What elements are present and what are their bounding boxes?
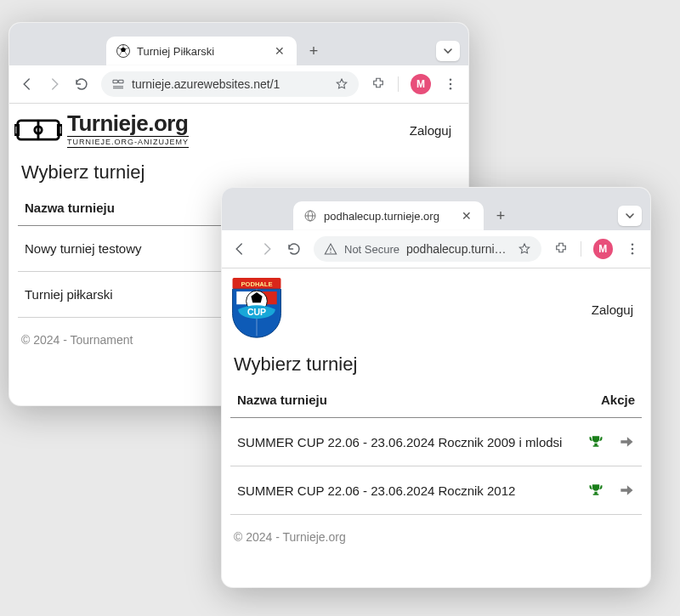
column-name-header: Nazwa turnieju bbox=[230, 384, 570, 418]
browser-tab[interactable]: Turniej Piłkarski ✕ bbox=[106, 37, 297, 65]
svg-point-12 bbox=[450, 83, 452, 86]
svg-point-24 bbox=[632, 243, 634, 246]
tab-strip: podhalecup.turnieje.org ✕ + bbox=[222, 188, 650, 230]
tournament-name: SUMMER CUP 22.06 - 23.06.2024 Rocznik 20… bbox=[230, 466, 570, 515]
reload-button[interactable] bbox=[286, 241, 302, 257]
window-dropdown-button[interactable] bbox=[436, 41, 460, 61]
login-link[interactable]: Zaloguj bbox=[410, 123, 456, 138]
svg-rect-17 bbox=[14, 125, 19, 134]
page-title: Wybierz turniej bbox=[21, 161, 456, 184]
tab-title: Turniej Piłkarski bbox=[137, 45, 266, 58]
table-row[interactable]: SUMMER CUP 22.06 - 23.06.2024 Rocznik 20… bbox=[230, 466, 642, 515]
svg-rect-7 bbox=[113, 80, 117, 82]
soccer-ball-icon bbox=[116, 44, 130, 58]
login-link[interactable]: Zaloguj bbox=[592, 302, 638, 317]
tab-title: podhalecup.turnieje.org bbox=[324, 210, 453, 223]
page-content: PODHALE CUP Zaloguj Wybierz turniej bbox=[222, 268, 650, 588]
close-tab-icon[interactable]: ✕ bbox=[460, 209, 473, 223]
site-logo[interactable]: Turnieje.org TURNIEJE.ORG-ANIZUJEMY bbox=[14, 112, 189, 148]
forward-button[interactable] bbox=[259, 241, 275, 257]
column-actions-header: Akcje bbox=[570, 384, 642, 418]
site-header: Turnieje.org TURNIEJE.ORG-ANIZUJEMY Zalo… bbox=[9, 104, 468, 151]
browser-window-2: podhalecup.turnieje.org ✕ + bbox=[221, 187, 651, 588]
trophy-icon[interactable] bbox=[587, 433, 604, 450]
avatar-letter: M bbox=[598, 243, 607, 255]
svg-point-13 bbox=[450, 88, 452, 90]
browser-tab[interactable]: podhalecup.turnieje.org ✕ bbox=[293, 201, 484, 230]
row-actions bbox=[570, 466, 642, 515]
brand-name: Turnieje.org bbox=[67, 112, 189, 134]
arrow-right-icon[interactable] bbox=[618, 482, 635, 499]
svg-point-23 bbox=[330, 251, 331, 252]
toolbar-separator bbox=[581, 241, 581, 257]
extensions-icon[interactable] bbox=[553, 241, 569, 257]
profile-avatar[interactable]: M bbox=[593, 239, 613, 259]
kebab-menu-icon[interactable] bbox=[625, 241, 640, 257]
tab-strip: Turniej Piłkarski ✕ + bbox=[9, 23, 468, 65]
pitch-icon bbox=[14, 113, 62, 147]
back-button[interactable] bbox=[232, 241, 247, 257]
address-bar[interactable]: Not Secure podhalecup.turnieje.org bbox=[314, 236, 541, 262]
star-bookmark-icon[interactable] bbox=[518, 242, 531, 256]
svg-point-11 bbox=[450, 78, 452, 81]
browser-toolbar: Not Secure podhalecup.turnieje.org M bbox=[222, 230, 650, 268]
tournament-name: SUMMER CUP 22.06 - 23.06.2024 Rocznik 20… bbox=[230, 418, 570, 466]
brand-tagline: TURNIEJE.ORG-ANIZUJEMY bbox=[67, 136, 189, 148]
browser-toolbar: turnieje.azurewebsites.net/1 M bbox=[9, 65, 468, 104]
svg-rect-8 bbox=[119, 80, 123, 82]
window-dropdown-button[interactable] bbox=[618, 206, 642, 226]
podhale-cup-shield-icon: PODHALE CUP bbox=[230, 277, 283, 340]
row-actions bbox=[570, 418, 642, 466]
trophy-icon[interactable] bbox=[587, 482, 604, 499]
reload-button[interactable] bbox=[74, 76, 89, 92]
not-secure-icon[interactable] bbox=[324, 242, 337, 256]
tournament-table: Nazwa turnieju Akcje SUMMER CUP 22.06 - … bbox=[230, 384, 642, 515]
star-bookmark-icon[interactable] bbox=[335, 77, 348, 91]
toolbar-separator bbox=[398, 76, 399, 92]
site-header: PODHALE CUP Zaloguj bbox=[222, 268, 650, 343]
site-footer: © 2024 - Turnieje.org bbox=[222, 515, 650, 559]
back-button[interactable] bbox=[20, 76, 35, 92]
svg-text:PODHALE: PODHALE bbox=[241, 280, 272, 288]
arrow-right-icon[interactable] bbox=[618, 433, 635, 450]
site-settings-icon[interactable] bbox=[111, 77, 125, 91]
page-title: Wybierz turniej bbox=[234, 353, 638, 376]
svg-point-26 bbox=[632, 252, 634, 255]
kebab-menu-icon[interactable] bbox=[443, 76, 458, 92]
globe-icon bbox=[303, 209, 317, 223]
close-tab-icon[interactable]: ✕ bbox=[273, 44, 286, 58]
new-tab-button[interactable]: + bbox=[489, 204, 513, 228]
avatar-letter: M bbox=[416, 78, 425, 90]
svg-text:CUP: CUP bbox=[247, 308, 266, 317]
profile-avatar[interactable]: M bbox=[411, 74, 431, 94]
svg-point-25 bbox=[632, 248, 634, 251]
forward-button[interactable] bbox=[47, 76, 62, 92]
address-bar[interactable]: turnieje.azurewebsites.net/1 bbox=[101, 71, 359, 97]
site-logo[interactable]: PODHALE CUP bbox=[230, 277, 283, 343]
extensions-icon[interactable] bbox=[371, 76, 386, 92]
url-text: podhalecup.turnieje.org bbox=[406, 242, 511, 256]
not-secure-label: Not Secure bbox=[344, 243, 400, 256]
new-tab-button[interactable]: + bbox=[302, 39, 326, 63]
url-text: turnieje.azurewebsites.net/1 bbox=[132, 77, 328, 91]
table-row[interactable]: SUMMER CUP 22.06 - 23.06.2024 Rocznik 20… bbox=[230, 418, 642, 466]
